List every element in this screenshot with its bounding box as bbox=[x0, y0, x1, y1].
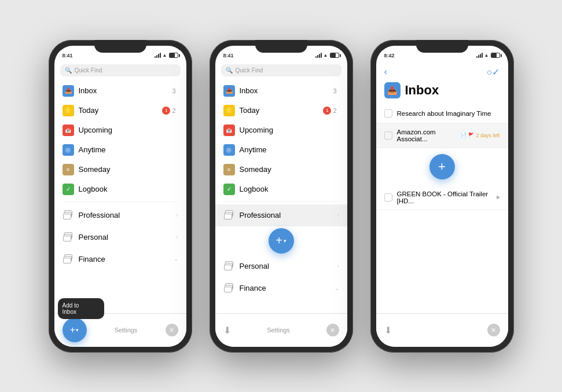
inbox-app-icon-3: 📥 bbox=[384, 82, 401, 98]
nav-today-1[interactable]: ⭐ Today 1 2 bbox=[54, 101, 186, 120]
close-button-1[interactable]: ✕ bbox=[166, 324, 178, 336]
area-finance-label-2: Finance bbox=[240, 284, 335, 292]
file-icon-2: 📄 bbox=[461, 133, 467, 138]
area-professional-label-2: Professional bbox=[240, 211, 337, 219]
close-button-2[interactable]: ✕ bbox=[326, 324, 339, 336]
task-text-2: Amazon.com Associat... bbox=[397, 129, 457, 142]
nav-anytime-2[interactable]: ◎ Anytime bbox=[215, 140, 347, 160]
task-item-2[interactable]: Amazon.com Associat... 📄 🚩 2 days left bbox=[376, 123, 508, 148]
today-badge-2: 1 bbox=[323, 107, 331, 115]
someday-icon-1: ≡ bbox=[63, 164, 74, 175]
check-button-3[interactable]: ○✓ bbox=[487, 67, 500, 78]
task-list-3: Research about Imaginary Time Amazon.com… bbox=[376, 104, 508, 210]
wifi-2: ▲ bbox=[324, 53, 328, 58]
nav-inbox-1[interactable]: 📥 Inbox 3 bbox=[54, 81, 186, 101]
inbox-icon-2: 📥 bbox=[223, 85, 235, 97]
wifi-1: ▲ bbox=[163, 53, 167, 58]
search-bar-2[interactable]: 🔍 Quick Find bbox=[221, 64, 341, 76]
upcoming-icon-2: 📅 bbox=[223, 124, 235, 136]
notch-2 bbox=[255, 40, 307, 53]
anytime-label-2: Anytime bbox=[240, 145, 339, 154]
chevron-personal-2: › bbox=[337, 263, 339, 269]
inbox-label-2: Inbox bbox=[240, 86, 333, 95]
task-text-3: GREEN BOOK - Official Trailer [HD... bbox=[397, 190, 492, 204]
today-icon-2: ⭐ bbox=[223, 105, 235, 116]
area-professional-icon-1 bbox=[63, 210, 74, 221]
area-finance-icon-1 bbox=[63, 254, 74, 265]
nav-logbook-2[interactable]: ✓ Logbook bbox=[215, 179, 347, 199]
area-personal-2[interactable]: Personal › bbox=[215, 255, 347, 277]
task-days-2: 2 days left bbox=[476, 133, 499, 138]
nav-upcoming-1[interactable]: 📅 Upcoming bbox=[54, 120, 186, 140]
inbox-icon-1: 📥 bbox=[63, 85, 74, 97]
area-finance-icon-2 bbox=[223, 283, 235, 294]
area-professional-icon-2 bbox=[223, 210, 235, 221]
inbox-label-1: Inbox bbox=[79, 86, 172, 95]
bottom-bar-2: ⬇ Settings ✕ bbox=[215, 313, 347, 347]
nav-someday-1[interactable]: ≡ Someday bbox=[54, 160, 186, 179]
signal-3 bbox=[476, 53, 483, 58]
upcoming-icon-1: 📅 bbox=[63, 124, 74, 136]
task-fab-row: + bbox=[376, 148, 508, 185]
download-icon-2[interactable]: ⬇ bbox=[223, 325, 231, 336]
someday-label-2: Someday bbox=[240, 165, 339, 174]
task-text-1: Research about Imaginary Time bbox=[397, 110, 500, 117]
fab-button-1[interactable]: + ▾ bbox=[63, 318, 87, 342]
chevron-finance-2: ⌄ bbox=[335, 285, 339, 291]
task-item-1[interactable]: Research about Imaginary Time bbox=[376, 104, 508, 123]
search-bar-1[interactable]: 🔍 Quick Find bbox=[60, 64, 181, 76]
settings-label-2[interactable]: Settings bbox=[267, 327, 290, 334]
inbox-count-1: 3 bbox=[172, 87, 175, 94]
nav-inbox-2[interactable]: 📥 Inbox 3 bbox=[215, 81, 347, 101]
area-finance-label-1: Finance bbox=[79, 255, 174, 263]
nav-upcoming-2[interactable]: 📅 Upcoming bbox=[215, 120, 347, 140]
task-checkbox-1[interactable] bbox=[384, 109, 392, 118]
inbox-title-row-3: 📥 Inbox bbox=[376, 80, 508, 104]
nav-logbook-1[interactable]: ✓ Logbook bbox=[54, 179, 186, 199]
signal-1 bbox=[155, 53, 161, 58]
someday-icon-2: ≡ bbox=[223, 164, 235, 175]
settings-label-1[interactable]: Settings bbox=[115, 327, 138, 334]
notch-1 bbox=[94, 40, 146, 53]
nav-someday-2[interactable]: ≡ Someday bbox=[215, 160, 347, 179]
task-checkbox-3[interactable] bbox=[384, 193, 392, 202]
area-professional-1[interactable]: Professional › bbox=[54, 204, 186, 226]
anytime-icon-1: ◎ bbox=[63, 144, 74, 156]
area-personal-label-1: Personal bbox=[79, 233, 177, 241]
divider-1 bbox=[63, 202, 178, 202]
download-icon-3[interactable]: ⬇ bbox=[384, 325, 392, 336]
area-finance-1[interactable]: Finance ⌄ bbox=[54, 248, 186, 270]
nav-today-2[interactable]: ⭐ Today 1 2 bbox=[215, 101, 347, 120]
area-professional-label-1: Professional bbox=[79, 211, 177, 219]
today-label-1: Today bbox=[79, 106, 163, 115]
close-button-3[interactable]: ✕ bbox=[487, 324, 500, 336]
today-count-1: 2 bbox=[172, 107, 175, 114]
task-checkbox-2[interactable] bbox=[384, 131, 392, 140]
battery-1 bbox=[169, 53, 178, 58]
logbook-label-1: Logbook bbox=[79, 185, 178, 193]
task-meta-2: 📄 🚩 2 days left bbox=[461, 133, 499, 138]
area-finance-2[interactable]: Finance ⌄ bbox=[215, 277, 347, 299]
status-icons-2: ▲ bbox=[315, 53, 339, 58]
task-fab-3[interactable]: + bbox=[429, 154, 455, 179]
search-icon-2: 🔍 bbox=[226, 67, 233, 74]
task-item-3[interactable]: GREEN BOOK - Official Trailer [HD... ▶ bbox=[376, 185, 508, 210]
phone-1: 8:41 ▲ 🔍 Quick Find 📥 bbox=[49, 40, 192, 353]
status-icons-3: ▲ bbox=[476, 53, 500, 58]
area-professional-2[interactable]: Professional › bbox=[215, 204, 347, 226]
phone-3: 8:42 ▲ ‹ ○✓ 📥 Inbox bbox=[370, 40, 514, 353]
back-button-3[interactable]: ‹ bbox=[384, 67, 387, 77]
signal-2 bbox=[315, 53, 322, 58]
floating-fab-2[interactable]: +▾ bbox=[269, 228, 294, 254]
video-icon-3: ▶ bbox=[497, 195, 500, 200]
chevron-professional-2: › bbox=[337, 212, 339, 218]
time-1: 8:41 bbox=[63, 53, 73, 58]
area-personal-1[interactable]: Personal › bbox=[54, 226, 186, 248]
logbook-icon-1: ✓ bbox=[63, 184, 74, 195]
logbook-label-2: Logbook bbox=[240, 185, 339, 193]
nav-anytime-1[interactable]: ◎ Anytime bbox=[54, 140, 186, 160]
upcoming-label-2: Upcoming bbox=[240, 126, 339, 134]
area-personal-label-2: Personal bbox=[240, 262, 337, 270]
today-count-2: 2 bbox=[333, 107, 336, 114]
area-personal-icon-1 bbox=[63, 232, 74, 243]
